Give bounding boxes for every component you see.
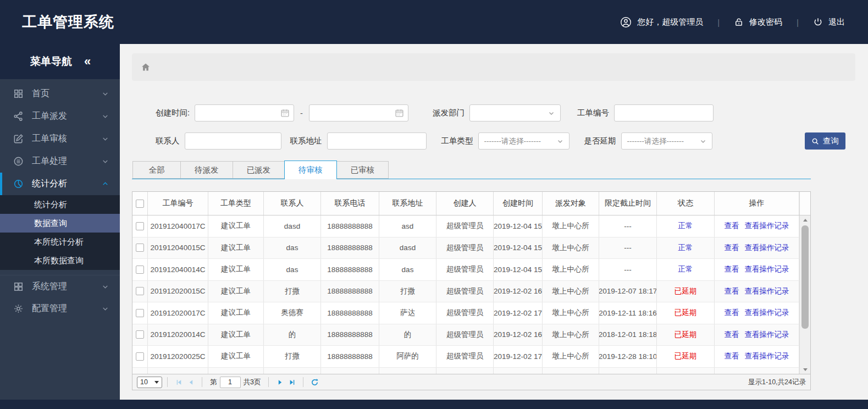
logout-button[interactable]: 退出: [813, 17, 845, 27]
scroll-up-icon[interactable]: [800, 215, 810, 224]
row-checkbox-cell: [132, 281, 148, 302]
page-input[interactable]: [220, 377, 241, 388]
submenu-item-0[interactable]: 统计分析: [0, 195, 120, 214]
view-link[interactable]: 查看: [725, 286, 739, 296]
order-type-select[interactable]: -------请选择-------: [478, 132, 570, 150]
view-log-link[interactable]: 查看操作记录: [745, 308, 789, 318]
tab-1[interactable]: 待派发: [180, 161, 233, 179]
contact-label: 联系人: [156, 136, 180, 146]
create-time-start-input[interactable]: [195, 104, 294, 121]
view-link[interactable]: 查看: [725, 243, 739, 253]
view-link[interactable]: 查看: [725, 264, 739, 274]
row-checkbox[interactable]: [136, 309, 144, 317]
next-page-button[interactable]: [274, 376, 286, 388]
order-no-input[interactable]: [614, 104, 714, 121]
cell-phone: 18888888888: [321, 215, 379, 237]
cell-contact: dasd: [264, 215, 321, 237]
tab-4[interactable]: 已审核: [336, 161, 389, 179]
contact-input[interactable]: [185, 132, 281, 150]
submenu-item-3[interactable]: 本所数据查询: [0, 251, 120, 270]
row-checkbox[interactable]: [136, 330, 144, 339]
calendar-icon[interactable]: [280, 108, 290, 118]
user-greeting[interactable]: 您好，超级管理员: [620, 16, 703, 28]
search-form: 创建时间: - 派发部门 工单编号: [132, 104, 855, 150]
sidebar-item-label: 配置管理: [32, 303, 102, 314]
row-checkbox[interactable]: [136, 244, 144, 252]
cell-target: 墩上中心所: [543, 346, 599, 367]
view-log-link[interactable]: 查看操作记录: [745, 264, 789, 274]
prev-page-button[interactable]: [185, 376, 197, 388]
row-checkbox[interactable]: [136, 266, 144, 274]
cell-deadline: 2018-12-01 18:18: [599, 324, 657, 346]
order-type-label: 工单类型: [441, 136, 473, 146]
sidebar-title: 菜单导航 «: [0, 44, 120, 79]
scroll-down-icon[interactable]: [800, 365, 810, 374]
cell-address: 的: [379, 324, 436, 346]
tab-2[interactable]: 已派发: [233, 161, 285, 179]
chevron-up-icon: [102, 180, 109, 187]
delay-select[interactable]: -------请选择-------: [621, 132, 712, 150]
change-password-label: 修改密码: [749, 17, 782, 27]
view-log-link[interactable]: 查看操作记录: [745, 286, 789, 296]
cell-order_no: 201912020025C: [148, 346, 208, 367]
view-link[interactable]: 查看: [725, 221, 739, 231]
address-input[interactable]: [327, 132, 427, 150]
cell-created: 2019-12-04 15: [494, 237, 543, 259]
view-log-link[interactable]: 查看操作记录: [745, 243, 789, 253]
create-time-label: 创建时间:: [156, 108, 190, 118]
row-checkbox-cell: [132, 215, 148, 237]
search-icon: [811, 137, 819, 145]
sidebar-item-1[interactable]: 工单派发: [0, 105, 120, 128]
table-header-row: 工单编号工单类型联系人联系电话联系地址创建人创建时间派发对象限定截止时间状态操作: [132, 192, 810, 215]
pagination-bar: 10 第 共3页 显示1-10,: [132, 374, 811, 390]
cell-created: 2019-12-02 17: [494, 346, 543, 367]
query-button[interactable]: 查询: [805, 132, 845, 150]
first-page-button[interactable]: [173, 376, 185, 388]
tab-0[interactable]: 全部: [132, 161, 181, 179]
view-link[interactable]: 查看: [725, 330, 739, 340]
chevron-down-icon: [102, 135, 109, 142]
sidebar-item-3[interactable]: 工单处理: [0, 150, 120, 173]
bottom-strip: [0, 400, 868, 409]
row-checkbox[interactable]: [136, 352, 144, 361]
tab-3[interactable]: 待审核: [284, 161, 337, 179]
view-log-link[interactable]: 查看操作记录: [745, 330, 789, 340]
greeting-text: 您好，超级管理员: [637, 17, 703, 27]
edit-icon: [13, 134, 24, 144]
view-link[interactable]: 查看: [725, 351, 739, 361]
row-checkbox[interactable]: [136, 287, 144, 295]
submenu-item-2[interactable]: 本所统计分析: [0, 233, 120, 251]
pager-divider: [268, 377, 269, 387]
column-header-3: 联系电话: [321, 192, 379, 215]
sidebar-item-0[interactable]: 首页: [0, 82, 120, 105]
sidebar-item-2[interactable]: 工单审核: [0, 128, 120, 150]
collapse-sidebar-icon[interactable]: «: [84, 54, 90, 69]
view-link[interactable]: 查看: [725, 308, 739, 318]
select-all-checkbox[interactable]: [136, 200, 144, 208]
calendar-icon[interactable]: [395, 108, 404, 118]
column-header-5: 创建人: [436, 192, 494, 215]
sidebar-item-4[interactable]: 统计分析: [0, 173, 120, 195]
view-log-link[interactable]: 查看操作记录: [745, 221, 789, 231]
vertical-scrollbar[interactable]: [799, 215, 810, 374]
home-icon[interactable]: [141, 62, 151, 72]
scrollbar-thumb[interactable]: [801, 225, 809, 329]
cell-type: 建议工单: [208, 302, 264, 324]
table-row: 201912020025C建议工单打撒18888888888阿萨的超级管理员20…: [132, 346, 810, 368]
create-time-end-input[interactable]: [309, 104, 408, 121]
page-size-select[interactable]: 10: [137, 377, 162, 388]
sidebar-item-5[interactable]: 系统管理: [0, 275, 120, 297]
cell-order_no: 201912020014C: [148, 324, 208, 346]
cell-contact: 打撒: [264, 346, 321, 367]
submenu-item-1[interactable]: 数据查询: [0, 214, 120, 233]
last-page-button[interactable]: [286, 376, 298, 388]
sidebar-item-6[interactable]: 配置管理: [0, 297, 120, 320]
change-password-button[interactable]: 修改密码: [734, 17, 782, 27]
dispatch-dept-select[interactable]: [469, 104, 561, 121]
table-row: 201912020014C建议工单的18888888888的超级管理员2019-…: [132, 324, 810, 346]
view-log-link[interactable]: 查看操作记录: [745, 351, 789, 361]
refresh-button[interactable]: [308, 376, 320, 388]
cell-contact: das: [264, 259, 321, 280]
row-checkbox[interactable]: [136, 222, 144, 230]
cell-type: 建议工单: [208, 346, 264, 367]
